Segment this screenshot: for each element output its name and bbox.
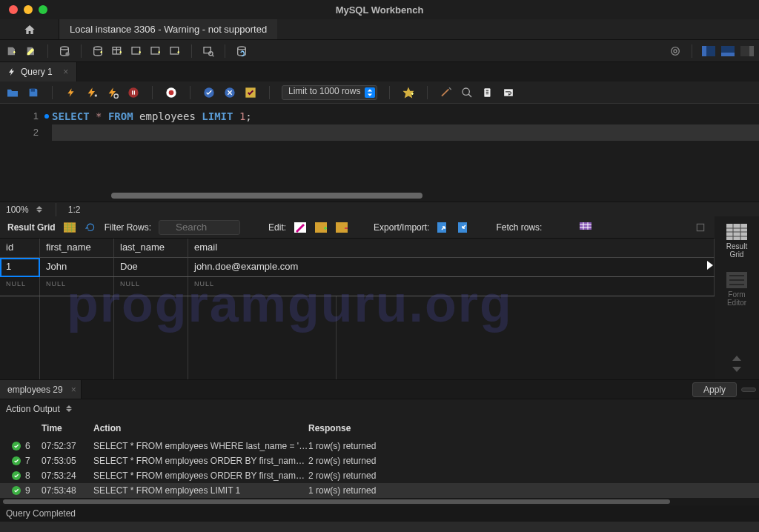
output-type-stepper[interactable] bbox=[66, 405, 73, 412]
toggle-sidebar-left-icon[interactable] bbox=[701, 44, 716, 59]
commit-icon[interactable] bbox=[202, 86, 216, 99]
app-title: MySQL Workbench bbox=[0, 4, 759, 16]
result-tab[interactable]: employees 29 × bbox=[0, 380, 82, 399]
result-grid-label: Result Grid bbox=[7, 222, 56, 233]
code-area[interactable]: SELECT * FROM employees LIMIT 1; bbox=[52, 104, 759, 202]
zoom-stepper[interactable] bbox=[36, 206, 44, 213]
cell[interactable]: John bbox=[40, 258, 114, 276]
query-tab[interactable]: Query 1 × bbox=[0, 62, 77, 82]
expand-arrow-icon[interactable] bbox=[707, 261, 713, 270]
result-grid[interactable]: id first_name last_name email 1 John Doe… bbox=[0, 239, 715, 379]
fetch-rows-label: Fetch rows: bbox=[496, 222, 542, 233]
col-header-first-name[interactable]: first_name bbox=[40, 239, 114, 257]
sidebar-form-editor[interactable]: Form Editor bbox=[726, 272, 747, 307]
explain-icon[interactable] bbox=[106, 86, 119, 99]
svg-rect-35 bbox=[697, 224, 703, 230]
create-schema-icon[interactable] bbox=[90, 44, 105, 59]
code-line: SELECT * FROM employees LIMIT 1; bbox=[52, 108, 759, 124]
cell-null[interactable]: NULL bbox=[188, 277, 715, 296]
result-grid-empty bbox=[0, 296, 715, 379]
create-procedure-icon[interactable] bbox=[148, 44, 163, 59]
col-header-last-name[interactable]: last_name bbox=[114, 239, 188, 257]
pin-result-icon[interactable] bbox=[694, 221, 707, 234]
output-row[interactable]: 707:53:05SELECT * FROM employees ORDER B… bbox=[0, 453, 759, 468]
titlebar: MySQL Workbench bbox=[0, 0, 759, 19]
limit-rows-select[interactable]: Limit to 1000 rows bbox=[282, 85, 377, 100]
connection-tab[interactable]: Local instance 3306 - Warning - not supp… bbox=[59, 19, 277, 39]
bottom-h-scrollbar[interactable] bbox=[0, 498, 759, 505]
svg-point-0 bbox=[65, 52, 69, 56]
edit-row-icon[interactable] bbox=[294, 221, 307, 234]
status-ok-icon bbox=[12, 442, 21, 450]
cell-null[interactable]: NULL bbox=[0, 277, 40, 296]
result-row[interactable]: 1 John Doe john.doe@example.com bbox=[0, 258, 715, 277]
output-table: Time Action Response 607:52:37SELECT * F… bbox=[0, 418, 759, 498]
query-tabs-bar: Query 1 × bbox=[0, 62, 759, 82]
revert-button[interactable] bbox=[741, 388, 756, 392]
cell[interactable]: 1 bbox=[0, 258, 40, 276]
result-row-null[interactable]: NULL NULL NULL NULL bbox=[0, 277, 715, 296]
svg-point-20 bbox=[169, 90, 174, 95]
open-file-icon[interactable] bbox=[6, 86, 19, 99]
col-header-id[interactable]: id bbox=[0, 239, 40, 257]
output-type-label[interactable]: Action Output bbox=[6, 404, 60, 414]
export-icon[interactable] bbox=[437, 221, 450, 234]
apply-button[interactable]: Apply bbox=[692, 382, 737, 397]
output-row[interactable]: 607:52:37SELECT * FROM employees WHERE l… bbox=[0, 439, 759, 453]
output-row[interactable]: 807:53:24SELECT * FROM employees ORDER B… bbox=[0, 468, 759, 483]
cell-null[interactable]: NULL bbox=[40, 277, 114, 296]
sql-editor[interactable]: 1 2 SELECT * FROM employees LIMIT 1; bbox=[0, 104, 759, 202]
svg-rect-4 bbox=[170, 47, 179, 53]
beautify-icon[interactable] bbox=[440, 86, 453, 99]
export-import-label: Export/Import: bbox=[374, 222, 429, 233]
stop-icon[interactable] bbox=[127, 86, 140, 99]
editor-h-scrollbar[interactable] bbox=[111, 193, 422, 199]
col-header-email[interactable]: email bbox=[188, 239, 715, 257]
rollback-icon[interactable] bbox=[223, 86, 236, 99]
svg-rect-3 bbox=[151, 47, 159, 53]
create-view-icon[interactable] bbox=[129, 44, 144, 59]
cell[interactable]: Doe bbox=[114, 258, 188, 276]
cell[interactable]: john.doe@example.com bbox=[188, 258, 715, 276]
result-grid-icon[interactable] bbox=[63, 221, 76, 234]
add-row-icon[interactable] bbox=[314, 221, 328, 234]
new-sql-tab-icon[interactable] bbox=[4, 44, 19, 59]
svg-rect-18 bbox=[134, 90, 135, 94]
close-result-tab-icon[interactable]: × bbox=[71, 385, 76, 395]
stop-on-error-icon[interactable] bbox=[165, 86, 178, 99]
toggle-output-panel-icon[interactable] bbox=[720, 44, 735, 59]
result-grid-header: id first_name last_name email bbox=[0, 239, 715, 258]
filter-search-input[interactable] bbox=[159, 220, 240, 235]
execute-icon[interactable] bbox=[64, 86, 78, 99]
home-tab[interactable] bbox=[0, 19, 59, 39]
find-icon[interactable] bbox=[460, 86, 474, 99]
delete-row-icon[interactable] bbox=[335, 221, 348, 234]
col-response: Response bbox=[308, 423, 759, 433]
settings-gear-icon[interactable] bbox=[668, 44, 683, 59]
connection-tabs: Local instance 3306 - Warning - not supp… bbox=[0, 19, 759, 40]
search-table-data-icon[interactable] bbox=[201, 44, 216, 59]
create-function-icon[interactable] bbox=[168, 44, 182, 59]
open-sql-script-icon[interactable] bbox=[24, 44, 39, 59]
sidebar-result-grid[interactable]: Result Grid bbox=[726, 224, 747, 259]
scroll-updown-icon[interactable] bbox=[731, 356, 743, 372]
autocommit-toggle-icon[interactable] bbox=[244, 86, 257, 99]
execute-current-icon[interactable] bbox=[85, 86, 99, 99]
reconnect-icon[interactable] bbox=[234, 44, 249, 59]
toggle-whitespace-icon[interactable] bbox=[481, 86, 494, 99]
svg-rect-10 bbox=[702, 46, 706, 56]
save-file-icon[interactable] bbox=[27, 86, 40, 99]
fetch-rows-icon[interactable] bbox=[579, 221, 592, 234]
output-row[interactable]: 907:53:48SELECT * FROM employees LIMIT 1… bbox=[0, 483, 759, 498]
cell-null[interactable]: NULL bbox=[114, 277, 188, 296]
add-snippet-icon[interactable] bbox=[402, 86, 415, 99]
close-tab-icon[interactable]: × bbox=[62, 67, 70, 76]
toggle-sidebar-right-icon[interactable] bbox=[740, 44, 755, 59]
wrap-lines-icon[interactable] bbox=[502, 86, 515, 99]
col-action: Action bbox=[93, 423, 308, 433]
inspector-icon[interactable] bbox=[57, 44, 72, 59]
create-table-icon[interactable] bbox=[110, 44, 125, 59]
edit-label: Edit: bbox=[268, 222, 286, 233]
import-icon[interactable] bbox=[457, 221, 471, 234]
refresh-icon[interactable] bbox=[84, 221, 97, 234]
